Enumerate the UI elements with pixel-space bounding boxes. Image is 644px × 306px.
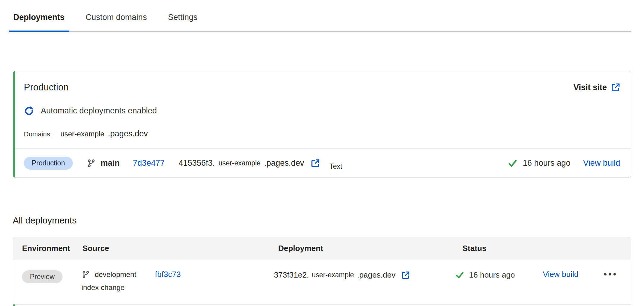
deployment-url[interactable]: 373f31e2. user-example .pages.dev bbox=[274, 270, 455, 280]
external-link-icon bbox=[611, 83, 620, 92]
url-name: user-example bbox=[312, 271, 354, 279]
col-deployment: Deployment bbox=[278, 244, 462, 253]
domains-label: Domains: bbox=[24, 130, 52, 138]
commit-sha-link[interactable]: 7d3e477 bbox=[133, 158, 165, 168]
next-row-green-border bbox=[13, 304, 631, 306]
external-link-icon bbox=[401, 271, 410, 279]
auto-deployments-text: Automatic deployments enabled bbox=[41, 106, 157, 116]
source-line: development fbf3c73 bbox=[82, 270, 274, 279]
check-icon bbox=[455, 271, 464, 280]
row-menu-icon[interactable]: ••• bbox=[604, 269, 618, 279]
tab-custom-domains[interactable]: Custom domains bbox=[85, 8, 148, 31]
domain-name: user-example bbox=[60, 130, 104, 138]
text-annotation: Text bbox=[330, 162, 342, 171]
environment-badge: Preview bbox=[22, 270, 63, 283]
url-suffix: .pages.dev bbox=[357, 270, 395, 280]
deployments-page: Deployments Custom domains Settings Prod… bbox=[0, 0, 644, 306]
production-deployment-row: Production main 7d3e477 415356f3. user-e… bbox=[15, 148, 631, 177]
git-branch-icon bbox=[87, 159, 96, 168]
refresh-icon bbox=[24, 106, 34, 116]
external-link-icon bbox=[311, 159, 320, 168]
commit-sha-link[interactable]: fbf3c73 bbox=[155, 270, 181, 279]
deploy-time: 16 hours ago bbox=[523, 158, 571, 168]
git-branch-icon bbox=[82, 270, 90, 279]
url-prefix: 373f31e2. bbox=[274, 270, 309, 280]
all-deployments-title: All deployments bbox=[13, 215, 77, 226]
domain-value: user-example .pages.dev bbox=[60, 129, 148, 138]
url-prefix: 415356f3. bbox=[179, 158, 215, 168]
url-name: user-example bbox=[218, 159, 260, 167]
tab-bar: Deployments Custom domains Settings bbox=[13, 8, 631, 32]
deployment-url[interactable]: 415356f3. user-example .pages.dev bbox=[179, 158, 320, 168]
tab-settings[interactable]: Settings bbox=[167, 8, 198, 31]
environment-badge: Production bbox=[24, 157, 73, 170]
status-group: 16 hours ago View build bbox=[508, 158, 620, 168]
branch-name: main bbox=[101, 158, 120, 168]
tab-deployments[interactable]: Deployments bbox=[13, 8, 65, 31]
commit-message: index change bbox=[82, 283, 274, 292]
branch-name: development bbox=[95, 270, 136, 279]
auto-deployments-row: Automatic deployments enabled bbox=[24, 106, 631, 116]
domains-row: Domains: user-example .pages.dev bbox=[24, 129, 631, 138]
view-build-link[interactable]: View build bbox=[543, 270, 578, 279]
deployments-table: Environment Source Deployment Status Pre… bbox=[13, 237, 631, 306]
visit-site-label: Visit site bbox=[573, 83, 607, 92]
production-title: Production bbox=[24, 82, 69, 93]
url-suffix: .pages.dev bbox=[264, 158, 304, 168]
production-card: Production Visit site Automa bbox=[13, 71, 631, 178]
deploy-time: 16 hours ago bbox=[469, 270, 515, 280]
visit-site-link[interactable]: Visit site bbox=[573, 83, 620, 92]
status-group: 16 hours ago bbox=[455, 270, 543, 280]
col-environment: Environment bbox=[13, 244, 82, 253]
view-build-link[interactable]: View build bbox=[583, 158, 620, 168]
branch-group: main bbox=[87, 158, 120, 168]
col-status: Status bbox=[462, 244, 552, 253]
col-source: Source bbox=[82, 244, 278, 253]
production-card-header: Production Visit site bbox=[24, 82, 620, 93]
domain-suffix: .pages.dev bbox=[108, 129, 148, 138]
check-icon bbox=[508, 158, 517, 168]
table-header: Environment Source Deployment Status bbox=[13, 237, 631, 260]
table-row: Preview development fbf3c73 bbox=[13, 260, 631, 304]
